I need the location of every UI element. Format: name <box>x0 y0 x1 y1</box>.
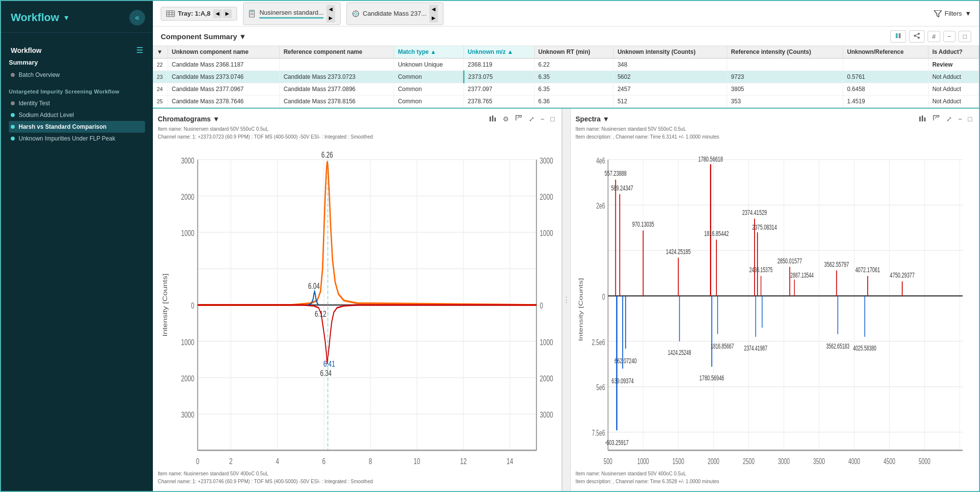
main-content: Tray: 1:A,8 ◀ ▶ Nusinersen standard... <box>153 1 979 491</box>
svg-text:2e6: 2e6 <box>596 201 605 211</box>
candidate-prev-btn[interactable]: ◀ <box>429 5 438 14</box>
tray-nav: ◀ ▶ <box>213 9 232 18</box>
bullet-icon <box>11 137 15 141</box>
svg-text:3000: 3000 <box>540 410 553 419</box>
summary-header: Component Summary ▼ <box>153 26 979 46</box>
svg-rect-17 <box>899 33 901 38</box>
sidebar-item-unknown-impurities[interactable]: Unknown Impurities Under FLP Peak <box>9 133 145 144</box>
chrom-expand-btn[interactable]: ⤢ <box>527 114 537 124</box>
spectra-title[interactable]: Spectra ▼ <box>576 115 610 123</box>
col-header-match-type[interactable]: Match type ▲ <box>394 46 464 58</box>
intensity-cell: 5602 <box>613 71 727 83</box>
spectra-dropdown-icon: ▼ <box>603 115 610 123</box>
svg-text:-603.25917: -603.25917 <box>605 439 628 447</box>
ref-intensity-cell <box>727 58 843 71</box>
svg-text:0: 0 <box>196 457 199 466</box>
candidate-next-btn[interactable]: ▶ <box>429 14 438 23</box>
bullet-icon <box>11 113 15 117</box>
sidebar-back-button[interactable]: « <box>129 10 145 25</box>
spectra-minimize-btn[interactable]: − <box>956 114 964 124</box>
spectra-expand-btn[interactable]: ⤢ <box>944 114 954 124</box>
svg-text:1000: 1000 <box>637 456 649 466</box>
svg-text:0: 0 <box>540 302 543 310</box>
mz-cell: 2378.765 <box>464 95 534 108</box>
chrom-axes-btn[interactable] <box>513 114 525 124</box>
minimize-icon: − <box>948 33 952 40</box>
spectra-bars-btn[interactable] <box>917 114 929 124</box>
axes-icon <box>515 115 523 121</box>
col-header-ref-intensity[interactable]: Reference intensity (Counts) <box>727 46 843 58</box>
filter-button[interactable]: Filters ▼ <box>934 10 971 17</box>
sidebar-item-batch-overview[interactable]: Batch Overview <box>9 69 145 81</box>
col-header-ratio[interactable]: Unknown/Reference <box>843 46 928 58</box>
svg-text:Observed mass [m/z]: Observed mass [m/z] <box>760 468 810 469</box>
table-row[interactable]: 22Candidate Mass 2368.1187Unknown Unique… <box>153 58 979 71</box>
sidebar-header: Workflow ▼ « <box>1 1 153 33</box>
bullet-icon <box>11 73 15 77</box>
summary-title[interactable]: Component Summary ▼ <box>161 32 246 41</box>
tray-tab[interactable]: Tray: 1:A,8 ◀ ▶ <box>161 7 237 21</box>
svg-text:6.34: 6.34 <box>320 369 332 377</box>
chromatogram-title[interactable]: Chromatograms ▼ <box>158 115 220 123</box>
ref-name-cell: Candidate Mass 2377.0896 <box>279 83 394 95</box>
chrom-settings-btn[interactable]: ⚙ <box>501 114 511 124</box>
spectra-axes-btn[interactable] <box>931 114 942 124</box>
svg-text:1000: 1000 <box>181 338 194 347</box>
nusinersen-next-btn[interactable]: ▶ <box>326 14 335 23</box>
summary-dropdown-icon: ▼ <box>239 32 246 41</box>
spectra-title-text: Spectra <box>576 115 601 123</box>
panel-resize-handle[interactable]: ⋮ <box>562 109 571 491</box>
ref-intensity-cell: 9723 <box>727 71 843 83</box>
nusinersen-tab[interactable]: Nusinersen standard... ◀ ▶ <box>243 2 341 25</box>
sidebar-item-identity-test[interactable]: Identity Test <box>9 97 145 109</box>
sidebar-item-label: Harsh vs Standard Comparison <box>19 123 106 130</box>
sidebar: Workflow ▼ « Workflow ☰ Summary Batch Ov… <box>1 1 153 491</box>
back-icon: « <box>135 13 140 22</box>
toolbar-share-btn[interactable] <box>909 30 925 43</box>
table-row[interactable]: 24Candidate Mass 2377.0967Candidate Mass… <box>153 83 979 95</box>
color-icon <box>895 32 902 39</box>
chromatogram-info1: Item name: Nusinersen standard 50V 550oC… <box>158 126 557 133</box>
candidate-tab[interactable]: Candidate Mass 237... ◀ ▶ <box>346 2 443 25</box>
svg-text:557.23888: 557.23888 <box>604 169 626 178</box>
rt-cell: 6.22 <box>534 58 613 71</box>
col-header-intensity[interactable]: Unknown intensity (Counts) <box>613 46 727 58</box>
svg-text:1816.85442: 1816.85442 <box>704 230 729 238</box>
chromatogram-footer2: Channel name: 1: +2373.0746 (60.9 PPM) :… <box>158 478 557 485</box>
col-header-ref-name[interactable]: Reference component name <box>279 46 394 58</box>
tray-next-btn[interactable]: ▶ <box>223 9 232 18</box>
nusinersen-nav: ◀ ▶ <box>326 5 335 23</box>
match-type-cell: Unknown Unique <box>394 58 464 71</box>
svg-text:4750.29377: 4750.29377 <box>890 271 915 280</box>
col-header-unknown-name[interactable]: Unknown component name <box>168 46 279 58</box>
tray-prev-btn[interactable]: ◀ <box>213 9 222 18</box>
mz-cell: 2368.119 <box>464 58 534 71</box>
chrom-minimize-btn[interactable]: − <box>539 114 546 124</box>
col-header-sort[interactable]: ▼ <box>153 46 168 58</box>
workflow-settings-btn[interactable]: ☰ <box>136 46 143 55</box>
filter-arrow-icon: ▼ <box>965 10 971 17</box>
workflow-dropdown-icon[interactable]: ▼ <box>63 14 70 22</box>
sidebar-item-harsh-comparison[interactable]: Harsh vs Standard Comparison <box>9 121 145 133</box>
svg-rect-77 <box>922 116 923 121</box>
col-header-adduct[interactable]: Is Adduct? <box>928 46 979 58</box>
toolbar-minimize-btn[interactable]: − <box>943 31 956 42</box>
svg-text:4: 4 <box>276 457 279 466</box>
nusinersen-prev-btn[interactable]: ◀ <box>326 5 335 14</box>
svg-text:4072.17061: 4072.17061 <box>855 266 880 274</box>
table-row[interactable]: 25Candidate Mass 2378.7646Candidate Mass… <box>153 95 979 108</box>
chrom-maximize-btn[interactable]: □ <box>548 114 556 124</box>
chrom-bars-btn[interactable] <box>487 114 499 124</box>
table-row[interactable]: 23Candidate Mass 2373.0746Candidate Mass… <box>153 71 979 83</box>
chromatogram-header: Chromatograms ▼ ⚙ <box>158 114 557 124</box>
spectra-maximize-btn[interactable]: □ <box>966 114 974 124</box>
svg-text:3000: 3000 <box>181 156 194 165</box>
col-header-rt[interactable]: Unknown RT (min) <box>534 46 613 58</box>
col-header-mz[interactable]: Unknown m/z ▲ <box>464 46 534 58</box>
bottom-panels: Chromatograms ▼ ⚙ <box>153 109 979 491</box>
svg-line-21 <box>915 34 919 36</box>
toolbar-color-btn[interactable] <box>890 30 906 43</box>
toolbar-hash-btn[interactable]: # <box>928 31 940 42</box>
sidebar-item-sodium-adduct[interactable]: Sodium Adduct Level <box>9 109 145 121</box>
toolbar-maximize-btn[interactable]: □ <box>958 31 971 42</box>
